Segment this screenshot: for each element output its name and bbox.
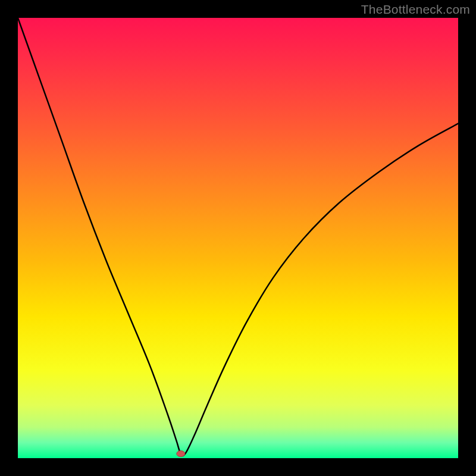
bottleneck-curve bbox=[18, 18, 458, 456]
curve-layer bbox=[18, 18, 458, 458]
chart-frame: TheBottleneck.com bbox=[0, 0, 476, 476]
optimal-marker bbox=[177, 451, 185, 457]
watermark-text: TheBottleneck.com bbox=[361, 2, 470, 17]
